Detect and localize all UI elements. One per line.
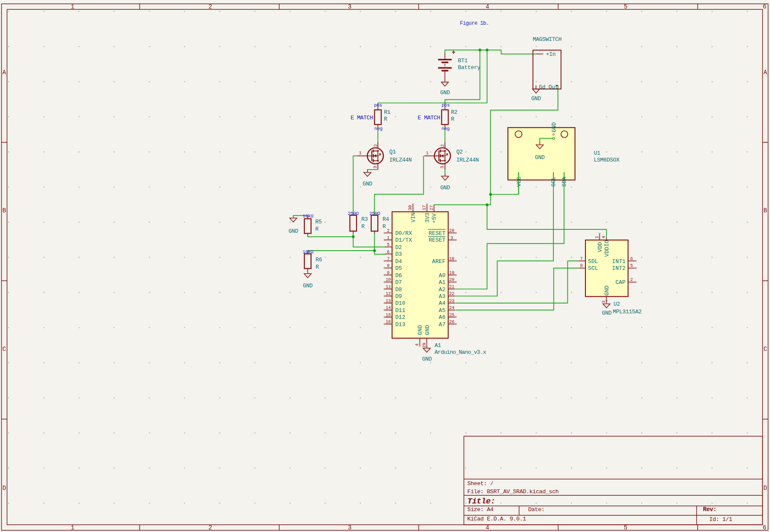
svg-text:R3: R3 [361,216,368,223]
svg-text:R: R [316,226,319,232]
svg-text:2: 2 [373,144,378,147]
svg-text:IRLZ44N: IRLZ44N [456,157,479,163]
svg-text:10kΩ: 10kΩ [303,249,314,254]
svg-text:3: 3 [450,235,453,240]
svg-text:GND: GND [422,356,432,362]
svg-text:GND: GND [289,228,298,234]
svg-text:A: A [3,69,6,76]
svg-text:E MATCH: E MATCH [418,115,440,121]
svg-text:R: R [451,116,454,122]
svg-text:4: 4 [486,524,489,531]
svg-text:VCC: VCC [516,176,522,187]
svg-text:D4: D4 [395,258,402,265]
svg-text:SDL: SDL [588,258,598,265]
svg-text:B: B [3,207,6,214]
svg-text:A2: A2 [439,286,446,293]
svg-text:Size: A4: Size: A4 [467,506,494,513]
svg-text:D5: D5 [395,265,402,272]
svg-text:C: C [764,346,767,353]
svg-text:13: 13 [385,298,391,304]
svg-text:1: 1 [594,236,599,238]
svg-text:30: 30 [408,205,413,210]
svg-text:3: 3 [348,524,351,531]
svg-text:GND: GND [440,90,450,96]
svg-text:A: A [764,69,767,76]
svg-text:Gd Out: Gd Out [539,84,558,90]
svg-text:D11: D11 [395,307,405,314]
svg-text:GND: GND [363,181,373,187]
svg-text:+In: +In [546,51,556,58]
svg-text:D: D [3,485,6,492]
svg-text:23: 23 [449,298,454,304]
svg-text:20: 20 [449,277,454,282]
svg-text:27: 27 [429,205,434,210]
svg-text:A0: A0 [439,272,446,279]
svg-text:R2: R2 [451,109,457,116]
svg-text:E MATCH: E MATCH [350,115,373,121]
svg-text:5: 5 [624,524,627,531]
svg-text:3V3: 3V3 [424,213,431,223]
svg-text:D13: D13 [395,321,405,328]
svg-text:12: 12 [385,291,391,296]
svg-text:4: 4 [601,236,606,238]
svg-text:INT1: INT1 [612,258,626,265]
svg-text:24: 24 [449,305,454,310]
svg-text:RESET: RESET [428,237,446,243]
svg-text:R: R [382,223,386,230]
svg-text:D0/RX: D0/RX [395,230,412,237]
svg-text:29: 29 [422,343,427,348]
svg-text:pos: pos [374,103,382,108]
svg-text:GND: GND [535,154,545,161]
svg-text:9: 9 [387,270,389,275]
svg-text:A4: A4 [439,300,446,306]
svg-text:16: 16 [385,319,391,324]
svg-text:D6: D6 [395,272,402,279]
svg-text:KiCad E.D.A. 9.0.1: KiCad E.D.A. 9.0.1 [467,516,526,522]
svg-text:VIN: VIN [410,212,417,223]
svg-text:VDD: VDD [597,242,603,252]
svg-text:22: 22 [449,291,454,296]
svg-text:3: 3 [440,166,445,168]
svg-text:8: 8 [580,263,582,268]
svg-text:Rev:: Rev: [703,506,717,513]
svg-text:5: 5 [387,242,389,247]
svg-text:10: 10 [385,277,391,282]
svg-text:GND: GND [417,325,423,335]
svg-text:250Ω: 250Ω [348,211,359,216]
svg-text:11: 11 [385,284,391,289]
svg-text:GND: GND [303,283,313,289]
svg-text:R4: R4 [382,216,389,223]
svg-text:Q2: Q2 [456,149,463,155]
svg-text:2: 2 [440,144,445,147]
svg-text:A7: A7 [439,321,446,328]
svg-text:28: 28 [449,228,454,233]
svg-text:neg: neg [441,126,449,131]
svg-text:A6: A6 [439,314,446,321]
svg-text:1: 1 [387,235,389,240]
svg-text:Q1: Q1 [389,149,396,155]
svg-text:5: 5 [624,3,627,10]
svg-text:R: R [316,264,319,270]
svg-text:6: 6 [763,524,766,531]
svg-text:1: 1 [426,150,428,156]
svg-text:A1: A1 [434,342,441,349]
svg-text:MPL3115A2: MPL3115A2 [613,309,642,315]
svg-text:R: R [361,223,365,230]
svg-text:8: 8 [387,263,389,268]
svg-text:+5V: +5V [431,213,437,223]
svg-text:A3: A3 [439,293,446,300]
svg-text:1: 1 [359,150,362,156]
svg-text:R: R [384,116,387,122]
svg-text:6: 6 [387,249,389,254]
svg-text:GND: GND [531,95,541,102]
svg-text:Id: 1/1: Id: 1/1 [709,516,732,523]
svg-text:Title:: Title: [467,497,495,506]
svg-text:CAP: CAP [615,279,625,286]
svg-text:GND: GND [604,286,610,296]
svg-text:2: 2 [630,277,633,282]
svg-text:15: 15 [385,312,391,318]
svg-text:SCL: SCL [550,176,557,187]
svg-text:21: 21 [449,284,454,289]
svg-text:14: 14 [385,305,391,310]
svg-text:10kΩ: 10kΩ [303,214,314,219]
